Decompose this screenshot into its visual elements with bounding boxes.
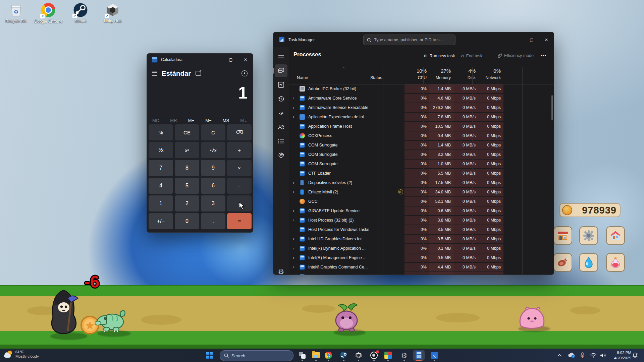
calculator-key[interactable]: 3: [201, 195, 225, 212]
sidebar-menu-button[interactable]: [275, 51, 287, 63]
scrollbar-thumb[interactable]: [551, 95, 553, 120]
calculator-key[interactable]: ⅟x: [149, 142, 173, 158]
pet-plant-creature[interactable]: [330, 302, 363, 333]
game-water-button[interactable]: [579, 253, 598, 272]
process-row[interactable]: › COM Surrogate 0% 3.2 MB 0 MB/s 0 Mbps: [289, 150, 554, 159]
calculator-key[interactable]: 4: [149, 178, 173, 194]
taskbar-search[interactable]: Search: [220, 350, 293, 361]
calculator-key[interactable]: 8: [175, 160, 199, 176]
game-settings-button[interactable]: [579, 226, 598, 245]
process-row[interactable]: › Intel HD Graphics Drivers for ... 0% 0…: [289, 234, 554, 244]
sidebar-item-app-history[interactable]: [275, 93, 287, 105]
taskbar-app-unity-hub[interactable]: [353, 350, 364, 361]
tray-volume[interactable]: [600, 349, 606, 362]
close-button[interactable]: ✕: [539, 32, 554, 47]
game-potion-button[interactable]: [606, 253, 625, 272]
minimize-button[interactable]: —: [209, 54, 223, 66]
game-shop-button[interactable]: [553, 226, 572, 245]
weather-widget[interactable]: 61°F Mostly cloudy: [4, 350, 39, 359]
calculator-key[interactable]: ÷: [227, 142, 252, 158]
process-row[interactable]: › CTF Loader 0% 5.5 MB 0 MB/s 0 Mbps: [289, 169, 554, 178]
desktop-icon-recycle-bin[interactable]: ♻ Recycle Bin: [0, 3, 32, 23]
process-row[interactable]: › Host Process (32 bit) (2) 0% 3.8 MB 0 …: [289, 216, 554, 225]
tray-wifi[interactable]: [590, 349, 596, 362]
pet-pink-slime[interactable]: [516, 306, 548, 330]
calculator-key[interactable]: x²: [175, 142, 199, 158]
process-row[interactable]: › Intel® Graphics Command Ce... 0% 4.4 M…: [289, 262, 554, 272]
expand-chevron-icon[interactable]: ›: [293, 216, 294, 225]
taskbar-app-calculator[interactable]: [413, 350, 425, 361]
calculator-key[interactable]: %: [149, 124, 173, 140]
sidebar-item-services[interactable]: [275, 149, 287, 162]
pet-green-dino[interactable]: [94, 301, 127, 333]
game-home-button[interactable]: [606, 226, 625, 245]
process-row[interactable]: › Antimalware Service Executable 0% 276.…: [289, 103, 554, 112]
expand-chevron-icon[interactable]: ›: [293, 94, 294, 103]
calculator-key[interactable]: C: [201, 124, 225, 140]
calculator-key[interactable]: 0: [175, 213, 199, 229]
expand-chevron-icon[interactable]: ›: [293, 234, 294, 244]
process-row[interactable]: › Antimalware Core Service 0% 4.6 MB 0 M…: [289, 94, 554, 103]
calculator-key[interactable]: 9: [201, 160, 225, 176]
taskbar-app-settings[interactable]: ⚙: [398, 350, 410, 361]
calculator-key[interactable]: ²√x: [201, 142, 225, 158]
process-row[interactable]: › Aplicación Experiencias de ini... 0% 7…: [289, 112, 554, 122]
sidebar-item-details[interactable]: [275, 135, 287, 147]
tray-show-hidden-icons[interactable]: [557, 349, 562, 362]
process-row[interactable]: › Application Frame Host 0% 10.5 MB 0 MB…: [289, 122, 554, 131]
task-manager-search-input[interactable]: Type a name, publisher, or PID to s...: [363, 35, 455, 45]
desktop-icon-unity-hub[interactable]: ↗ Unity Hub: [97, 3, 129, 23]
keep-on-top-icon[interactable]: [196, 71, 201, 76]
expand-chevron-icon[interactable]: ›: [293, 112, 294, 122]
taskbar-app-stacked-windows[interactable]: [297, 350, 308, 361]
desktop-icon-google-chrome[interactable]: ↗ Google Chrome: [32, 3, 64, 24]
more-options-button[interactable]: •••: [541, 53, 546, 58]
tray-notifications[interactable]: z: [632, 349, 638, 362]
expand-chevron-icon[interactable]: ›: [293, 253, 294, 262]
expand-chevron-icon[interactable]: ›: [293, 262, 294, 272]
process-row[interactable]: › Intel(R) Dynamic Application ... 0% 0.…: [289, 244, 554, 253]
expand-chevron-icon[interactable]: ›: [293, 187, 294, 197]
column-header-name[interactable]: Name: [297, 75, 308, 80]
calculator-key[interactable]: 6: [201, 178, 225, 194]
expand-chevron-icon[interactable]: ›: [293, 103, 294, 112]
end-task-button[interactable]: ⊘ End task: [461, 53, 482, 58]
calculator-key[interactable]: 1: [149, 195, 173, 212]
calculator-key[interactable]: .: [201, 213, 225, 229]
taskbar-app-steam[interactable]: [338, 350, 350, 361]
expand-chevron-icon[interactable]: ›: [293, 244, 294, 253]
calculator-key[interactable]: 5: [175, 178, 199, 194]
memory-button[interactable]: MS: [221, 117, 231, 124]
taskbar-app-obs[interactable]: [368, 350, 380, 361]
calculator-key[interactable]: +/−: [149, 213, 173, 229]
sidebar-item-settings[interactable]: ⚙: [275, 265, 287, 275]
expand-chevron-icon[interactable]: ›: [293, 178, 294, 187]
game-meat-button[interactable]: [553, 253, 572, 272]
calculator-menu-icon[interactable]: [152, 71, 157, 76]
memory-button[interactable]: M+: [187, 117, 196, 124]
run-new-task-button[interactable]: ⊞ Run new task: [424, 53, 455, 58]
calculator-key[interactable]: 7: [149, 160, 173, 176]
taskbar-app-chrome[interactable]: [323, 350, 334, 361]
column-header-memory[interactable]: Memory: [429, 75, 451, 80]
memory-button[interactable]: M⌄: [239, 117, 249, 124]
memory-button[interactable]: M−: [204, 117, 213, 124]
process-row[interactable]: › Microsoft (R) Aggregator Host 0% 2.8 M…: [289, 272, 554, 275]
column-header-status[interactable]: Status: [370, 75, 382, 80]
maximize-button[interactable]: ▢: [524, 32, 539, 47]
taskbar-app-file-explorer[interactable]: [310, 350, 322, 361]
efficiency-mode-button[interactable]: Efficiency mode: [497, 53, 534, 58]
sidebar-item-performance[interactable]: [275, 78, 287, 91]
minimize-button[interactable]: —: [509, 32, 524, 47]
process-row[interactable]: › GCC 0% 52.1 MB 0 MB/s 0 Mbps: [289, 197, 554, 206]
memory-button[interactable]: MC: [151, 117, 160, 124]
pet-reaper[interactable]: [47, 288, 80, 335]
process-row[interactable]: › Adobe IPC Broker (32 bit) 0% 1.4 MB 0 …: [289, 84, 554, 94]
memory-button[interactable]: MR: [169, 117, 178, 124]
expand-chevron-icon[interactable]: ›: [293, 206, 294, 216]
tray-clock[interactable]: 8:02 PM 4/20/2025: [614, 350, 631, 361]
tray-onedrive[interactable]: i: [568, 349, 576, 362]
process-row[interactable]: › GIGABYTE Update Service 0% 0.6 MB 0 MB…: [289, 206, 554, 216]
calculator-key[interactable]: CE: [175, 124, 199, 140]
process-row[interactable]: › Intel(R) Management Engine ... 0% 0.5 …: [289, 253, 554, 262]
